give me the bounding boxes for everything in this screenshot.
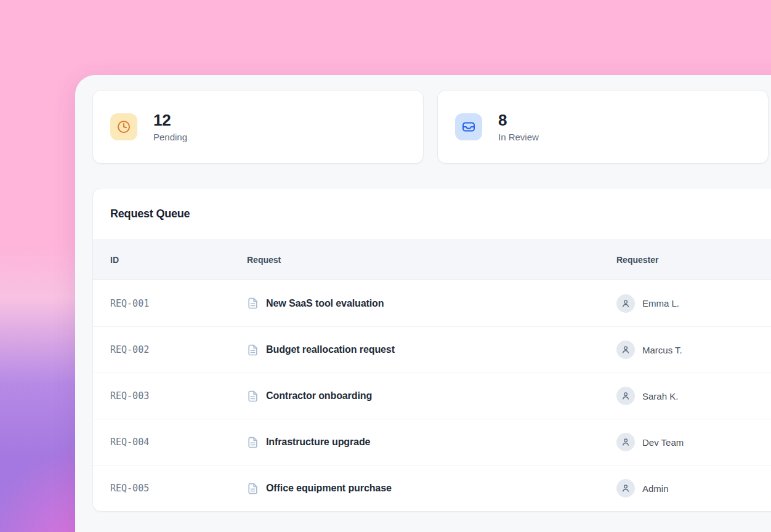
requester-name: Emma L. (642, 298, 679, 308)
table-row[interactable]: REQ-004 Infrastructure upgrade Dev Team (93, 419, 771, 465)
request-queue-card: Request Queue ID Request Requester REQ-0… (92, 188, 771, 512)
document-icon (247, 483, 259, 494)
column-header-request: Request (247, 255, 616, 265)
stat-label-pending: Pending (153, 132, 187, 142)
avatar (616, 341, 635, 359)
table-title: Request Queue (110, 208, 190, 220)
request-cell: Infrastructure upgrade (247, 437, 616, 448)
requester-name: Admin (642, 483, 669, 494)
stat-value-pending: 12 (153, 111, 187, 129)
stat-text: 12 Pending (153, 111, 187, 142)
avatar (616, 294, 635, 313)
stat-label-in-review: In Review (498, 132, 539, 142)
stat-card-in-review: 8 In Review (437, 90, 769, 164)
request-id: REQ-002 (110, 344, 247, 355)
clock-icon (110, 113, 137, 140)
person-icon (621, 391, 631, 401)
table-row[interactable]: REQ-005 Office equipment purchase Admin (93, 465, 771, 511)
main-panel: 12 Pending 8 In Review Request Queue ID … (75, 75, 771, 532)
table-body: REQ-001 New SaaS tool evaluation Emma L.… (93, 280, 771, 511)
column-header-id: ID (110, 255, 247, 265)
column-header-requester: Requester (616, 255, 771, 265)
avatar (616, 433, 635, 451)
table-row[interactable]: REQ-003 Contractor onboarding Sarah K. (93, 373, 771, 419)
requester-cell: Emma L. (616, 294, 771, 313)
avatar (616, 479, 635, 498)
request-title: Office equipment purchase (266, 483, 392, 494)
requester-cell: Dev Team (616, 433, 771, 451)
document-icon (247, 297, 259, 309)
stat-value-in-review: 8 (498, 111, 539, 129)
requester-name: Dev Team (642, 437, 684, 448)
request-title: Infrastructure upgrade (266, 437, 370, 448)
person-icon (621, 345, 631, 355)
request-cell: Budget reallocation request (247, 344, 616, 356)
request-id: REQ-003 (110, 390, 247, 401)
table-row[interactable]: REQ-002 Budget reallocation request Marc… (93, 326, 771, 373)
request-cell: Office equipment purchase (247, 483, 616, 494)
request-title: New SaaS tool evaluation (266, 298, 384, 309)
request-cell: New SaaS tool evaluation (247, 297, 616, 309)
stat-card-pending: 12 Pending (92, 90, 424, 164)
person-icon (621, 437, 631, 447)
document-icon (247, 344, 259, 356)
table-row[interactable]: REQ-001 New SaaS tool evaluation Emma L. (93, 280, 771, 326)
requester-cell: Sarah K. (616, 387, 771, 405)
stat-text: 8 In Review (498, 111, 539, 142)
request-id: REQ-004 (110, 437, 247, 448)
inbox-icon (455, 113, 482, 140)
table-header-row: ID Request Requester (93, 240, 771, 280)
person-icon (621, 483, 631, 493)
person-icon (621, 299, 631, 308)
request-title: Budget reallocation request (266, 344, 395, 355)
requester-name: Sarah K. (642, 391, 678, 401)
table-title-bar: Request Queue (93, 188, 771, 240)
request-id: REQ-001 (110, 298, 247, 309)
request-id: REQ-005 (110, 483, 247, 494)
requester-cell: Admin (616, 479, 771, 498)
request-title: Contractor onboarding (266, 390, 372, 401)
stats-row: 12 Pending 8 In Review (92, 90, 771, 164)
requester-cell: Marcus T. (616, 341, 771, 359)
document-icon (247, 390, 259, 402)
requester-name: Marcus T. (642, 345, 682, 355)
request-cell: Contractor onboarding (247, 390, 616, 402)
document-icon (247, 437, 259, 448)
avatar (616, 387, 635, 405)
